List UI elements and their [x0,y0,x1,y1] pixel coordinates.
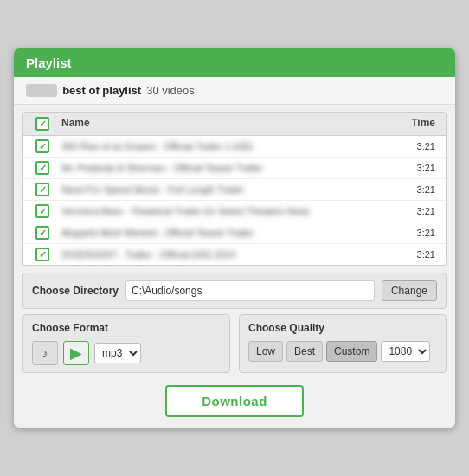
directory-section-wrapper: Choose Directory Change [22,273,447,309]
row-checkbox-cell-1 [27,161,58,175]
row-checkbox-3[interactable] [35,204,49,218]
row-time-4: 3:21 [390,228,442,238]
directory-section: Choose Directory Change [22,273,447,309]
playlist-window: Playlist best of playlist 30 videos Name… [14,48,455,428]
table-row: Mr. Peabody & Sherman - Official Teaser … [23,158,446,179]
playlist-info: best of playlist 30 videos [14,77,455,105]
download-section: Download [14,378,455,428]
row-checkbox-cell-2 [27,183,58,196]
title-bar: Playlist [14,48,455,77]
row-checkbox-5[interactable] [35,248,49,261]
table-row: 300 Rise of an Empire - Official Trailer… [23,136,446,158]
table-row: Muppets Most Wanted - Official Teaser Tr… [23,222,446,244]
header-time: Time [390,117,442,131]
play-icon: ▶ [70,344,82,363]
row-time-1: 3:21 [390,163,442,173]
audio-icon-button[interactable]: ♪ [32,341,58,365]
quality-btn-custom[interactable]: Custom [326,341,377,362]
row-time-3: 3:21 [390,206,442,216]
row-checkbox-4[interactable] [35,226,49,240]
row-time-5: 3:21 [390,249,442,260]
row-time-0: 3:21 [390,141,442,151]
row-name-1: Mr. Peabody & Sherman - Official Teaser … [58,163,390,173]
quality-resolution-select[interactable]: 1080720480360 [381,341,430,362]
quality-controls: LowBestCustom 1080720480360 [248,341,437,362]
row-checkbox-cell-0 [27,139,58,153]
table-body: 300 Rise of an Empire - Official Trailer… [23,136,446,265]
select-all-checkbox[interactable] [35,117,49,131]
video-count: 30 videos [146,84,195,97]
table-row: Need For Speed Movie - Full Length Trail… [23,179,446,201]
row-checkbox-0[interactable] [35,139,49,153]
table-row: DIVERGENT - Trailer - Official (HD) 2014… [23,244,446,265]
quality-btn-low[interactable]: Low [248,341,283,362]
table-row: Veronica Mars - Theatrical Trailer (In S… [23,201,446,222]
row-name-0: 300 Rise of an Empire - Official Trailer… [58,141,390,151]
playlist-table: Name Time 300 Rise of an Empire - Offici… [22,112,447,266]
row-name-5: DIVERGENT - Trailer - Official (HD) 2014 [58,249,390,260]
quality-btn-best[interactable]: Best [286,341,323,362]
row-checkbox-cell-4 [27,226,58,240]
quality-label: Choose Quality [248,322,437,334]
row-name-3: Veronica Mars - Theatrical Trailer (In S… [58,206,390,216]
playlist-name: best of playlist [62,84,141,97]
play-icon-button[interactable]: ▶ [63,341,89,365]
bottom-sections: Choose Format ♪ ▶ mp3aacwavogg Choose Qu… [22,314,447,373]
row-name-2: Need For Speed Movie - Full Length Trail… [58,184,390,195]
download-button[interactable]: Download [165,385,304,417]
quality-section: Choose Quality LowBestCustom 10807204803… [239,314,447,373]
row-checkbox-cell-5 [27,248,58,261]
header-name: Name [58,117,390,131]
format-controls: ♪ ▶ mp3aacwavogg [32,341,221,365]
header-checkbox-cell [27,117,58,131]
format-label: Choose Format [32,322,221,334]
music-icon: ♪ [42,346,48,360]
format-select[interactable]: mp3aacwavogg [94,343,141,363]
directory-label: Choose Directory [32,285,119,297]
directory-input[interactable] [125,280,375,301]
format-section: Choose Format ♪ ▶ mp3aacwavogg [22,314,230,373]
user-name [26,84,57,97]
row-time-2: 3:21 [390,184,442,195]
change-button[interactable]: Change [382,280,437,301]
row-checkbox-cell-3 [27,204,58,218]
row-checkbox-1[interactable] [35,161,49,175]
window-title: Playlist [26,55,72,70]
row-name-4: Muppets Most Wanted - Official Teaser Tr… [58,228,390,238]
table-header: Name Time [23,113,446,136]
row-checkbox-2[interactable] [35,183,49,196]
